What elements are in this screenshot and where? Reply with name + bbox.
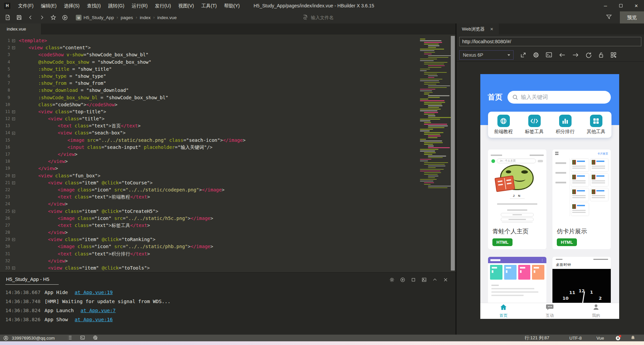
breadcrumb-item[interactable]: index xyxy=(140,15,151,20)
tabbar-item-我的[interactable]: 我的 xyxy=(573,303,619,319)
back-icon[interactable] xyxy=(25,15,36,20)
close-button[interactable]: ✕ xyxy=(629,0,644,11)
forward-icon[interactable] xyxy=(36,15,48,20)
minimap[interactable] xyxy=(419,39,449,189)
menu-item[interactable]: 编辑(E) xyxy=(37,0,60,11)
nav-back-icon[interactable] xyxy=(559,52,566,58)
fold-column[interactable]: − xyxy=(10,172,17,179)
menu-item[interactable]: 运行(R) xyxy=(128,0,151,11)
fold-icon[interactable]: − xyxy=(12,174,15,177)
chevron-down-icon xyxy=(507,54,510,56)
function-item-3[interactable]: 积分排行 xyxy=(552,115,579,135)
refresh-icon[interactable] xyxy=(586,52,592,58)
app-search-box[interactable]: 输入关键词 xyxy=(507,91,611,104)
settings-gear-icon[interactable] xyxy=(533,52,539,58)
function-item-4[interactable]: 其他工具 xyxy=(583,115,609,135)
code-line: 14−<view class="seach-box"> xyxy=(0,129,455,136)
menu-item[interactable]: 文件(F) xyxy=(14,0,37,11)
tabbar-item-互动[interactable]: 互动 xyxy=(527,303,573,319)
line-col-indicator[interactable]: 行:121 列:87 xyxy=(525,335,549,341)
fold-icon[interactable]: − xyxy=(12,238,15,241)
code-line: 12−<view class="title"> xyxy=(0,115,455,122)
run-icon[interactable] xyxy=(59,15,70,20)
console-screenshot-icon[interactable] xyxy=(422,277,427,284)
console-stop-icon[interactable] xyxy=(411,277,416,284)
unlock-icon[interactable] xyxy=(598,52,604,58)
log-source-link[interactable]: at App.vue:19 xyxy=(75,290,113,295)
menu-item[interactable]: 跳转(G) xyxy=(104,0,128,11)
menu-item[interactable]: 视图(V) xyxy=(175,0,198,11)
tab-index-vue[interactable]: index.vue xyxy=(0,23,41,35)
fold-icon[interactable]: − xyxy=(12,39,15,42)
function-item-1[interactable]: 前端教程 xyxy=(490,115,517,135)
breadcrumb-item[interactable]: H5_Study_App xyxy=(84,15,114,20)
fold-column[interactable]: − xyxy=(10,115,17,122)
nav-forward-icon[interactable] xyxy=(572,52,579,58)
console-terminal-icon[interactable] xyxy=(546,52,552,58)
code-editor[interactable]: 1−<template>2−<view class="content">3<co… xyxy=(0,35,455,272)
bell-icon[interactable] xyxy=(631,335,635,341)
fold-icon[interactable]: − xyxy=(12,117,15,120)
bookmark-star-icon[interactable] xyxy=(48,15,59,20)
preview-button[interactable]: 预览 xyxy=(620,11,644,23)
menu-item[interactable]: 选择(S) xyxy=(60,0,84,11)
console-tab[interactable]: H5_Study_App - H5 xyxy=(5,277,59,285)
console-panel: H5_Study_App - H5 14:36:38.667App Hideat… xyxy=(0,272,455,335)
breadcrumb-item[interactable]: pages xyxy=(121,15,133,20)
url-input[interactable] xyxy=(459,37,641,46)
code-line: 22<image class="icon" src="../../static/… xyxy=(0,186,455,193)
editor-scrollbar[interactable] xyxy=(451,36,455,271)
fold-icon[interactable]: − xyxy=(12,210,15,213)
fold-column[interactable]: − xyxy=(10,37,17,44)
fold-column[interactable]: − xyxy=(10,265,17,272)
update-download-icon[interactable] xyxy=(615,336,621,341)
device-select[interactable]: Nexus 6P xyxy=(459,50,514,60)
close-tab-icon[interactable]: ✕ xyxy=(490,27,493,32)
open-external-icon[interactable] xyxy=(520,52,526,58)
minimize-button[interactable]: ─ xyxy=(598,0,613,11)
fold-column[interactable]: − xyxy=(10,208,17,215)
new-file-icon[interactable] xyxy=(2,15,13,20)
log-source-link[interactable]: at App.vue:7 xyxy=(80,308,116,313)
file-search-input[interactable] xyxy=(311,15,385,20)
content-card-cardlist[interactable]: 卡片首页 仿卡片展示 HTML xyxy=(552,150,611,249)
function-item-2[interactable]: 标签工具 xyxy=(521,115,548,135)
restore-button[interactable] xyxy=(613,0,629,11)
menu-item[interactable]: 工具(T) xyxy=(198,0,220,11)
fold-icon[interactable]: − xyxy=(12,132,15,135)
collapse-console-icon[interactable] xyxy=(432,277,437,284)
fold-icon[interactable]: − xyxy=(12,110,15,113)
fold-icon[interactable]: − xyxy=(12,267,15,270)
fold-column[interactable]: − xyxy=(10,108,17,115)
code-text: <view class="item" @click="toRanking"> xyxy=(17,236,155,243)
fold-column[interactable]: − xyxy=(10,129,17,136)
menu-item[interactable]: 发行(U) xyxy=(151,0,174,11)
fold-column[interactable]: − xyxy=(10,236,17,243)
network-globe-icon[interactable] xyxy=(93,335,98,341)
breadcrumb-item[interactable]: index.vue xyxy=(157,15,177,20)
filter-funnel-icon[interactable] xyxy=(606,14,612,21)
menu-item[interactable]: 帮助(Y) xyxy=(220,0,244,11)
code-text: <image class="icon" src="../../static/h5… xyxy=(17,215,213,222)
menu-item[interactable]: 查找(I) xyxy=(83,0,104,11)
terminal-icon[interactable] xyxy=(80,335,85,341)
fold-icon[interactable]: − xyxy=(12,181,15,184)
fold-icon[interactable]: − xyxy=(12,46,15,49)
qr-code-icon[interactable] xyxy=(610,52,616,58)
content-card-frog[interactable]: Jn - 个人主页 xyxy=(488,150,546,249)
fold-column[interactable]: − xyxy=(10,44,17,51)
log-source-link[interactable]: at App.vue:16 xyxy=(75,317,113,322)
fold-column xyxy=(10,151,17,158)
language-indicator[interactable]: Vue xyxy=(596,336,604,341)
console-run-icon[interactable] xyxy=(400,277,405,284)
tabbar-item-首页[interactable]: 首页 xyxy=(480,303,527,319)
code-line: 3<codeShow v-show="showCode_box_show_bl" xyxy=(0,51,455,58)
save-icon[interactable] xyxy=(13,15,25,20)
clear-console-icon[interactable] xyxy=(443,277,448,284)
outline-list-icon[interactable] xyxy=(67,335,72,341)
tab-web-browser[interactable]: Web浏览器 ✕ xyxy=(457,23,499,35)
account-email[interactable]: 3399769530@qq.com xyxy=(12,336,55,341)
debug-settings-icon[interactable] xyxy=(389,277,394,284)
fold-column[interactable]: − xyxy=(10,179,17,186)
encoding-indicator[interactable]: UTF-8 xyxy=(570,336,582,341)
